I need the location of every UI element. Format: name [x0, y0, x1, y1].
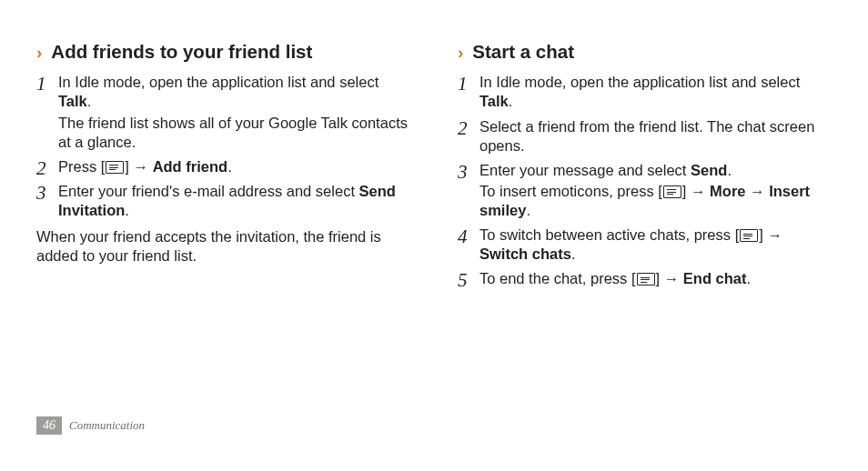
step-2: 2 Select a friend from the friend list. … — [458, 117, 832, 157]
step-text: Enter your friend's e-mail address and s… — [58, 182, 410, 220]
step-4: 4 To switch between active chats, press … — [458, 225, 832, 266]
step-3: 3 Enter your message and select Send. To… — [458, 161, 832, 222]
step-text: To insert emoticons, press [] → More → I… — [479, 182, 832, 220]
step-5: 5 To end the chat, press [] → End chat. — [458, 269, 832, 290]
menu-icon — [637, 273, 655, 286]
step-text: Enter your message and select Send. — [479, 161, 832, 180]
step-text: Select a friend from the friend list. Th… — [479, 117, 832, 155]
step-number: 1 — [36, 73, 58, 153]
step-3: 3 Enter your friend's e-mail address and… — [36, 182, 410, 222]
step-1: 1 In Idle mode, open the application lis… — [36, 73, 410, 153]
step-number: 3 — [36, 182, 58, 222]
step-text: The friend list shows all of your Google… — [58, 114, 410, 152]
step-1: 1 In Idle mode, open the application lis… — [458, 73, 832, 113]
step-text: To end the chat, press [] → End chat. — [479, 269, 832, 288]
step-text: To switch between active chats, press []… — [479, 225, 832, 264]
chevron-icon: › — [36, 42, 42, 64]
step-text: In Idle mode, open the application list … — [58, 73, 410, 111]
heading-text: Start a chat — [472, 40, 574, 64]
page-footer: 46 Communication — [36, 416, 145, 435]
menu-icon — [106, 161, 124, 174]
menu-icon — [740, 229, 758, 242]
step-2: 2 Press [] → Add friend. — [36, 157, 410, 178]
chevron-icon: › — [458, 42, 463, 64]
heading-add-friends: › Add friends to your friend list — [36, 40, 410, 64]
step-text: In Idle mode, open the application list … — [479, 73, 832, 111]
step-number: 2 — [458, 117, 479, 157]
heading-text: Add friends to your friend list — [51, 40, 312, 64]
step-number: 2 — [36, 157, 58, 178]
menu-icon — [663, 185, 681, 198]
step-number: 1 — [458, 73, 479, 113]
step-text: Press [] → Add friend. — [58, 157, 410, 176]
page-number: 46 — [36, 416, 62, 435]
step-number: 4 — [458, 225, 479, 266]
step-number: 5 — [458, 269, 479, 290]
closing-text: When your friend accepts the invitation,… — [36, 227, 410, 266]
step-number: 3 — [458, 161, 479, 222]
heading-start-chat: › Start a chat — [458, 40, 832, 64]
section-name: Communication — [69, 418, 145, 434]
